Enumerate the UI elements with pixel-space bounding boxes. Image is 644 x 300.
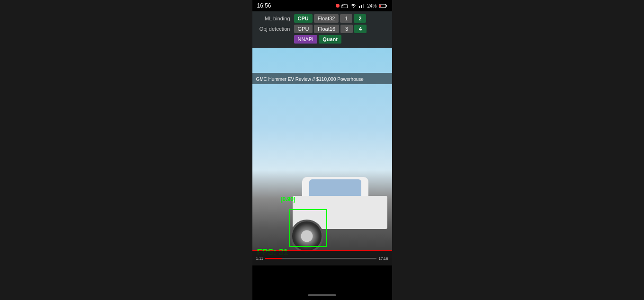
recording-icon	[336, 4, 340, 8]
cpu-button[interactable]: CPU	[294, 14, 313, 23]
battery-icon	[379, 3, 387, 8]
wifi-icon	[350, 3, 357, 8]
video-time-total: 17:18	[378, 256, 388, 261]
video-background: GMC Hummer EV Review // $110,000 Powerho…	[252, 11, 392, 300]
svg-rect-4	[363, 4, 364, 8]
status-icons: 24%	[336, 3, 387, 9]
nnapi-quant-row: NNAPI Quant	[256, 35, 388, 44]
video-title-text: GMC Hummer EV Review // $110,000 Powerho…	[256, 77, 364, 82]
status-bar: 16:56 24%	[252, 0, 392, 11]
video-progress-bar[interactable]	[265, 258, 376, 259]
thread4-button[interactable]: 4	[354, 25, 367, 33]
thread1-button[interactable]: 1	[340, 14, 352, 23]
phone-screen: 16:56 24%	[252, 0, 392, 300]
float16-button[interactable]: Float16	[314, 25, 339, 33]
svg-rect-2	[359, 6, 360, 8]
home-indicator[interactable]	[308, 294, 336, 296]
ml-binding-label: ML binding	[256, 16, 294, 21]
status-time: 16:56	[257, 2, 271, 9]
svg-rect-3	[361, 5, 362, 8]
cast-icon	[341, 3, 348, 8]
video-time-elapsed: 1:11	[256, 256, 264, 261]
obj-detection-label: Obj detection	[256, 26, 294, 32]
svg-point-0	[336, 4, 340, 8]
signal-icon	[358, 3, 365, 8]
battery-text: 24%	[367, 3, 376, 9]
video-progress-fill	[265, 258, 282, 259]
video-title-bar: GMC Hummer EV Review // $110,000 Powerho…	[252, 73, 392, 84]
ml-binding-row: ML binding CPU Float32 1 2	[256, 14, 388, 23]
nnapi-button[interactable]: NNAPI	[294, 35, 318, 44]
nnapi-quant-buttons: NNAPI Quant	[294, 35, 341, 44]
thread3-button[interactable]: 3	[340, 25, 353, 33]
obj-detection-buttons: GPU Float16 3 4	[294, 25, 367, 33]
bottom-nav-area	[252, 265, 392, 300]
obj-detection-row: Obj detection GPU Float16 3 4	[256, 25, 388, 33]
settings-overlay: ML binding CPU Float32 1 2 Obj detection…	[252, 11, 392, 48]
ml-binding-buttons: CPU Float32 1 2	[294, 14, 367, 23]
float32-button[interactable]: Float32	[314, 14, 339, 23]
quant-button[interactable]: Quant	[319, 35, 341, 44]
svg-rect-6	[379, 5, 381, 7]
thread2-button[interactable]: 2	[354, 14, 366, 23]
car-window	[309, 179, 361, 196]
video-controls-bar[interactable]: 1:11 17:18	[252, 251, 392, 265]
detection-confidence-label: [0.90]	[281, 196, 295, 203]
svg-rect-7	[386, 5, 387, 7]
detection-bounding-box: [0.90]	[289, 209, 327, 247]
video-area: GMC Hummer EV Review // $110,000 Powerho…	[252, 11, 392, 300]
gpu-button[interactable]: GPU	[294, 25, 313, 33]
